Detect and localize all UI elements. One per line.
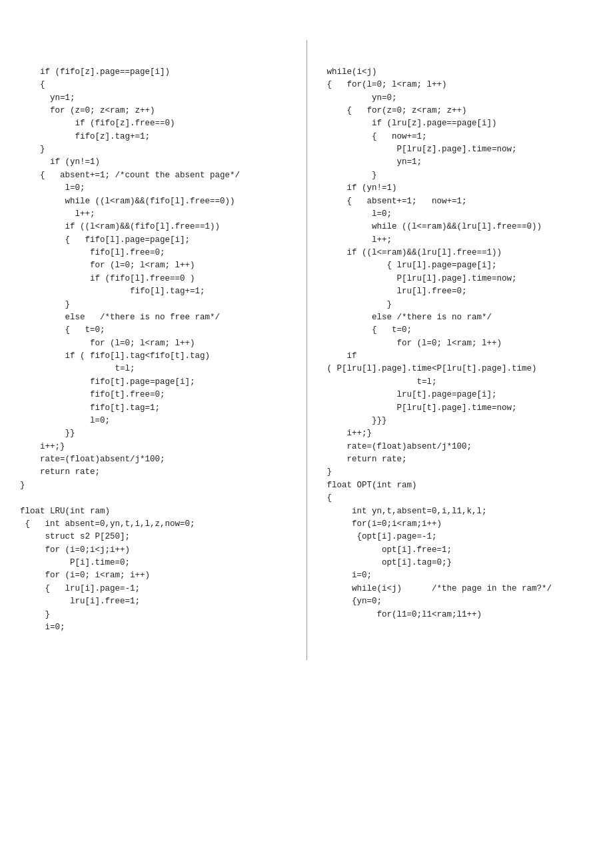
right-column: while(i<j) { for(l=0; l<ram; l++) yn=0; … (306, 40, 614, 660)
left-column: if (fifo[z].page==page[i]) { yn=1; for (… (0, 40, 306, 660)
left-code-block: if (fifo[z].page==page[i]) { yn=1; for (… (20, 66, 293, 635)
page: if (fifo[z].page==page[i]) { yn=1; for (… (0, 0, 613, 700)
right-code-block: while(i<j) { for(l=0; l<ram; l++) yn=0; … (327, 66, 600, 621)
